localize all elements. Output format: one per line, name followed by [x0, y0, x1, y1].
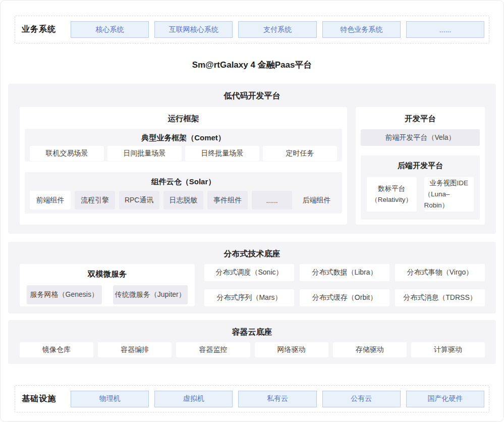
infra-virtual-machine: 虚拟机	[154, 391, 233, 407]
dual-mode-microservice-box: 双模微服务 服务网格（Genesis） 传统微服务（Jupiter）	[20, 264, 195, 306]
solar-items: 前端组件 流程引擎 RPC通讯 日志脱敏 事件组件 ...... 后端组件	[30, 191, 337, 209]
comet-framework-box: 典型业务框架（Comet） 联机交易场景 日间批量场景 日终批量场景 定时任务	[25, 129, 342, 162]
distributed-base-section: 分布式技术底座 双模微服务 服务网格（Genesis） 传统微服务（Jupite…	[8, 242, 496, 313]
comet-item-daytime-batch: 日间批量场景	[107, 146, 182, 161]
backend-dev-platform-box: 后端开发平台 数标平台 （Relativity） 业务视图IDE （Luna–R…	[361, 155, 480, 220]
container-monitoring: 容器监控	[176, 342, 250, 357]
distributed-sequence-mars: 分布式序列（Mars）	[204, 289, 294, 306]
container-cloud-items: 镜像仓库 容器编排 容器监控 网络驱动 存储驱动 计算驱动	[20, 342, 485, 357]
architecture-diagram: 业务系统 核心系统 互联网核心系统 支付系统 特色业务系统 ...... Sm@…	[0, 0, 504, 422]
container-cloud-section: 容器云底座 镜像仓库 容器编排 容器监控 网络驱动 存储驱动 计算驱动	[8, 320, 496, 364]
solar-item-backend-components: 后端组件	[296, 191, 337, 209]
dual-mode-title: 双模微服务	[20, 264, 195, 280]
relativity-code: （Relativity）	[371, 194, 412, 205]
comet-item-scheduled-task: 定时任务	[263, 146, 337, 161]
solar-item-more: ......	[252, 191, 292, 209]
infra-public-cloud: 公有云	[322, 391, 401, 407]
comet-framework-title: 典型业务框架（Comet）	[25, 129, 342, 143]
data-standard-platform-relativity: 数标平台 （Relativity）	[367, 177, 417, 212]
solar-warehouse-title: 组件云仓（Solar）	[25, 172, 342, 187]
backend-dev-items: 数标平台 （Relativity） 业务视图IDE （Luna–Robin）	[367, 177, 474, 212]
distributed-base-title: 分布式技术底座	[8, 242, 496, 259]
infra-private-cloud: 私有云	[238, 391, 316, 407]
distributed-scheduling-sonic: 分布式调度（Sonic）	[204, 264, 294, 281]
solar-item-process-engine: 流程引擎	[75, 191, 115, 209]
infra-physical-machine: 物理机	[71, 391, 149, 407]
business-view-ide-luna-robin: 业务视图IDE （Luna–Robin）	[424, 177, 474, 212]
business-systems-label: 业务系统	[22, 24, 71, 35]
container-orchestration: 容器编排	[98, 342, 172, 357]
solar-warehouse-box: 组件云仓（Solar） 前端组件 流程引擎 RPC通讯 日志脱敏 事件组件 ..…	[25, 172, 342, 214]
network-driver: 网络驱动	[255, 342, 328, 357]
lowcode-body: 运行框架 典型业务框架（Comet） 联机交易场景 日间批量场景 日终批量场景 …	[20, 107, 485, 225]
runtime-framework-title: 运行框架	[20, 107, 347, 124]
compute-driver: 计算驱动	[411, 342, 485, 357]
infrastructure-section: 基础设施 物理机 虚拟机 私有云 公有云 国产化硬件	[15, 385, 489, 412]
business-systems-items: 核心系统 互联网核心系统 支付系统 特色业务系统 ......	[71, 21, 484, 38]
comet-items: 联机交易场景 日间批量场景 日终批量场景 定时任务	[30, 146, 337, 161]
lowcode-platform-section: 低代码开发平台 运行框架 典型业务框架（Comet） 联机交易场景 日间批量场景…	[8, 84, 496, 234]
solar-item-log-masking: 日志脱敏	[163, 191, 204, 209]
business-system-core: 核心系统	[71, 21, 149, 38]
solar-item-rpc: RPC通讯	[119, 191, 159, 209]
business-system-internet-core: 互联网核心系统	[154, 21, 233, 38]
infra-domestic-hardware: 国产化硬件	[406, 391, 484, 407]
infrastructure-label: 基础设施	[22, 394, 71, 404]
lowcode-platform-title: 低代码开发平台	[8, 84, 496, 101]
distributed-cache-orbit: 分布式缓存（Orbit）	[300, 289, 389, 306]
distributed-transaction-virgo: 分布式事物（Virgo）	[395, 264, 485, 281]
backend-dev-platform-title: 后端开发平台	[361, 155, 480, 171]
runtime-framework-box: 运行框架 典型业务框架（Comet） 联机交易场景 日间批量场景 日终批量场景 …	[20, 107, 347, 225]
image-registry: 镜像仓库	[20, 342, 93, 357]
infrastructure-items: 物理机 虚拟机 私有云 公有云 国产化硬件	[71, 391, 484, 407]
business-system-more: ......	[406, 21, 484, 38]
distributed-message-tdrss: 分布式消息（TDRSS）	[395, 289, 485, 306]
business-system-payment: 支付系统	[238, 21, 316, 38]
container-cloud-title: 容器云底座	[8, 320, 496, 338]
luna-robin-name: 业务视图IDE	[429, 178, 468, 189]
platform-title: Sm@rtGalaxy 4 金融Paas平台	[1, 59, 503, 71]
business-system-special: 特色业务系统	[322, 21, 401, 38]
dev-platform-box: 开发平台 前端开发平台（Vela） 后端开发平台 数标平台 （Relativit…	[356, 107, 485, 225]
distributed-services-grid: 分布式调度（Sonic） 分布式数据（Libra） 分布式事物（Virgo） 分…	[204, 264, 485, 306]
distributed-data-libra: 分布式数据（Libra）	[300, 264, 389, 281]
solar-item-frontend-components: 前端组件	[30, 191, 71, 209]
dev-platform-title: 开发平台	[356, 107, 485, 124]
comet-item-online-trade: 联机交易场景	[30, 146, 104, 161]
business-systems-section: 业务系统 核心系统 互联网核心系统 支付系统 特色业务系统 ......	[15, 16, 489, 43]
relativity-name: 数标平台	[378, 183, 405, 194]
comet-item-eod-batch: 日终批量场景	[185, 146, 259, 161]
solar-item-event-components: 事件组件	[207, 191, 248, 209]
luna-robin-code: （Luna–Robin）	[424, 189, 474, 212]
traditional-microservice-jupiter: 传统微服务（Jupiter）	[113, 285, 188, 304]
storage-driver: 存储驱动	[333, 342, 407, 357]
dual-mode-items: 服务网格（Genesis） 传统微服务（Jupiter）	[27, 285, 188, 304]
frontend-dev-platform-vela: 前端开发平台（Vela）	[361, 129, 480, 146]
distributed-body: 双模微服务 服务网格（Genesis） 传统微服务（Jupiter） 分布式调度…	[20, 264, 485, 306]
service-mesh-genesis: 服务网格（Genesis）	[27, 285, 102, 304]
